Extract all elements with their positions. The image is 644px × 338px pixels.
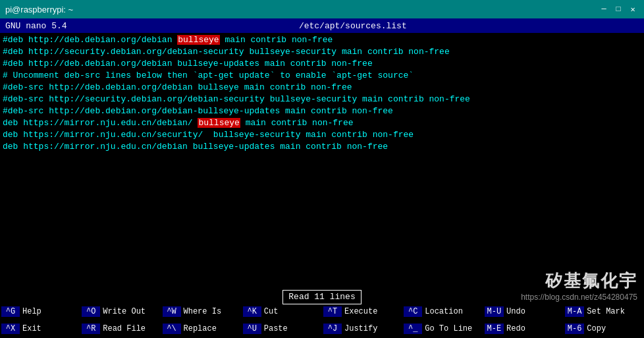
shortcut-item[interactable]: ^RRead File: [80, 324, 161, 334]
shortcut-item[interactable]: ^CLocation: [402, 306, 483, 317]
watermark: 矽基氟化宇 https://blog.csdn.net/z454280475: [521, 269, 637, 302]
status-message: Read 11 lines: [282, 290, 361, 304]
shortcut-key: ^K: [243, 306, 261, 317]
shortcut-key: M-U: [485, 306, 504, 317]
shortcut-item[interactable]: ^JJustify: [322, 324, 402, 334]
shortcut-label: Go To Line: [425, 324, 472, 333]
editor-line: #deb-src http://deb.debian.org/debian-bu…: [3, 105, 641, 117]
minimize-button[interactable]: —: [598, 3, 610, 15]
shortcut-label: Write Out: [103, 307, 146, 316]
shortcut-label: Justify: [344, 324, 377, 333]
shortcut-item[interactable]: M-ERedo: [483, 324, 564, 334]
shortcut-item[interactable]: ^\Replace: [161, 324, 242, 334]
shortcut-item[interactable]: ^GHelp: [0, 306, 80, 317]
shortcut-key: ^W: [163, 306, 181, 317]
shortcut-label: Set Mark: [587, 307, 625, 316]
shortcut-key: ^J: [323, 324, 342, 334]
editor-line: #deb-src http://security.debian.org/debi…: [3, 94, 641, 105]
shortcut-label: Undo: [506, 307, 525, 316]
watermark-sub: https://blog.csdn.net/z454280475: [521, 293, 637, 302]
editor-area[interactable]: #deb http://deb.debian.org/debian bullse…: [0, 33, 644, 290]
shortcut-key: ^U: [243, 324, 261, 334]
editor-line: deb https://mirror.nju.edu.cn/debian/ bu…: [3, 117, 641, 129]
watermark-main: 矽基氟化宇: [521, 269, 637, 293]
title-text: pi@raspberrypi: ~: [5, 5, 73, 14]
shortcut-item[interactable]: M-UUndo: [483, 306, 564, 317]
shortcut-row-2: ^XExit^RRead File^\Replace^UPaste^JJusti…: [0, 320, 644, 337]
shortcut-label: Help: [22, 307, 41, 316]
shortcut-item[interactable]: ^WWhere Is: [161, 306, 242, 317]
editor-line: deb https://mirror.nju.edu.cn/debian bul…: [3, 141, 641, 153]
close-button[interactable]: ✕: [627, 3, 639, 15]
shortcut-label: Execute: [344, 307, 377, 316]
shortcut-key: M-A: [565, 306, 585, 317]
title-bar: pi@raspberrypi: ~ — □ ✕: [0, 0, 644, 18]
editor-line: #deb http://deb.debian.org/debian bullse…: [3, 58, 641, 70]
shortcut-item[interactable]: ^OWrite Out: [80, 306, 161, 317]
shortcut-row-1: ^GHelp^OWrite Out^WWhere Is^KCut^TExecut…: [0, 303, 644, 320]
editor-line: #deb http://deb.debian.org/debian bullse…: [3, 34, 641, 46]
shortcut-key: ^C: [404, 306, 422, 317]
shortcut-key: ^X: [1, 324, 20, 334]
shortcut-key: ^_: [404, 324, 422, 334]
nano-header: GNU nano 5.4 /etc/apt/sources.list: [0, 18, 644, 33]
shortcut-label: Location: [425, 307, 463, 316]
editor-line: # Uncomment deb-src lines below then `ap…: [3, 70, 641, 82]
shortcut-item[interactable]: ^TExecute: [322, 306, 402, 317]
editor-line: #deb-src http://deb.debian.org/debian bu…: [3, 82, 641, 94]
shortcut-key: M-E: [485, 324, 504, 334]
shortcut-label: Read File: [103, 324, 146, 333]
shortcut-label: Copy: [587, 324, 606, 333]
shortcut-key: ^\: [163, 324, 181, 334]
shortcut-key: ^G: [1, 306, 20, 317]
shortcuts-bar: ^GHelp^OWrite Out^WWhere Is^KCut^TExecut…: [0, 303, 644, 337]
shortcut-item[interactable]: ^_Go To Line: [402, 324, 483, 334]
shortcut-key: ^R: [82, 324, 100, 334]
editor-line: deb https://mirror.nju.edu.cn/security/ …: [3, 129, 641, 141]
shortcut-key: ^T: [323, 306, 342, 317]
editor-line: #deb http://security.debian.org/debian-s…: [3, 46, 641, 58]
shortcut-item[interactable]: M-6Copy: [564, 324, 644, 334]
shortcut-item[interactable]: ^KCut: [242, 306, 322, 317]
maximize-button[interactable]: □: [612, 3, 624, 15]
shortcut-key: M-6: [565, 324, 585, 334]
shortcut-label: Paste: [264, 324, 288, 333]
shortcut-label: Replace: [184, 324, 217, 333]
highlighted-word: bullseye: [177, 35, 219, 45]
highlighted-word: bullseye: [198, 118, 240, 128]
shortcut-label: Redo: [506, 324, 525, 333]
shortcut-label: Exit: [22, 324, 41, 333]
nano-version: GNU nano 5.4: [5, 21, 67, 31]
shortcut-item[interactable]: M-ASet Mark: [564, 306, 644, 317]
shortcut-item[interactable]: ^UPaste: [242, 324, 322, 334]
nano-filename: /etc/apt/sources.list: [67, 21, 639, 31]
shortcut-label: Where Is: [184, 307, 222, 316]
shortcut-key: ^O: [82, 306, 100, 317]
shortcut-label: Cut: [264, 307, 279, 316]
shortcut-item[interactable]: ^XExit: [0, 324, 80, 334]
